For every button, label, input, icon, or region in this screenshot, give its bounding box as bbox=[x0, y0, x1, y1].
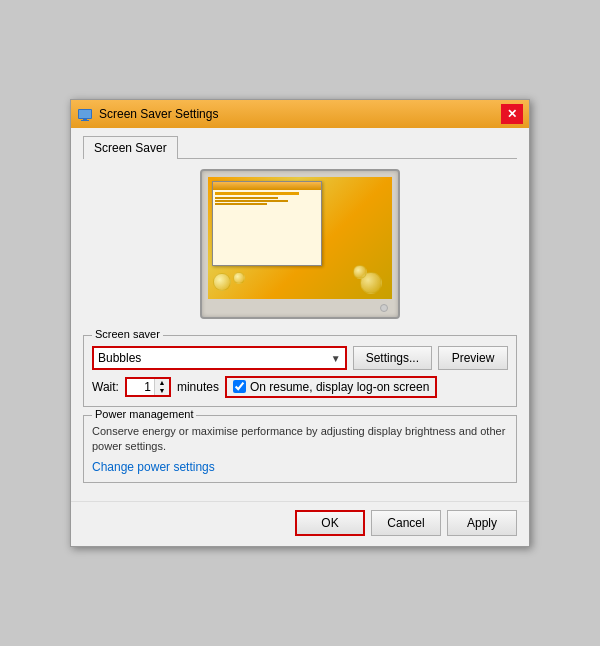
bubble-2 bbox=[233, 272, 245, 284]
ok-button[interactable]: OK bbox=[295, 510, 365, 536]
power-description: Conserve energy or maximise performance … bbox=[92, 424, 508, 455]
screen-saver-group: Screen saver Bubbles 3D Text Aurora Blan… bbox=[83, 335, 517, 407]
spin-down-button[interactable]: ▼ bbox=[155, 387, 169, 395]
wait-row: Wait: ▲ ▼ minutes On resume, display log… bbox=[92, 376, 508, 398]
screen-saver-dropdown-wrapper: Bubbles 3D Text Aurora Blank Mystify Pho… bbox=[92, 346, 347, 370]
spinbox-container: ▲ ▼ bbox=[125, 377, 171, 397]
dialog-footer: OK Cancel Apply bbox=[71, 501, 529, 546]
wait-label: Wait: bbox=[92, 380, 119, 394]
checkbox-container: On resume, display log-on screen bbox=[225, 376, 437, 398]
power-group-label: Power management bbox=[92, 408, 196, 420]
settings-button[interactable]: Settings... bbox=[353, 346, 432, 370]
power-management-group: Power management Conserve energy or maxi… bbox=[83, 415, 517, 484]
dialog-window: Screen Saver Settings ✕ Screen Saver bbox=[70, 99, 530, 548]
app-icon bbox=[77, 106, 93, 122]
change-power-settings-link[interactable]: Change power settings bbox=[92, 460, 215, 474]
dialog-body: Screen Saver bbox=[71, 128, 529, 502]
screen-content bbox=[208, 177, 392, 299]
tab-screen-saver[interactable]: Screen Saver bbox=[83, 136, 178, 159]
screen-saver-row: Bubbles 3D Text Aurora Blank Mystify Pho… bbox=[92, 346, 508, 370]
logon-checkbox-label: On resume, display log-on screen bbox=[250, 380, 429, 394]
monitor-frame bbox=[200, 169, 400, 319]
logon-checkbox[interactable] bbox=[233, 380, 246, 393]
title-bar-left: Screen Saver Settings bbox=[77, 106, 218, 122]
svg-rect-3 bbox=[81, 120, 89, 121]
svg-rect-2 bbox=[83, 118, 87, 120]
bubble-4 bbox=[353, 265, 367, 279]
title-bar: Screen Saver Settings ✕ bbox=[71, 100, 529, 128]
cancel-button[interactable]: Cancel bbox=[371, 510, 441, 536]
spinbox-buttons: ▲ ▼ bbox=[155, 379, 169, 395]
wait-input[interactable] bbox=[127, 379, 155, 395]
minutes-label: minutes bbox=[177, 380, 219, 394]
close-button[interactable]: ✕ bbox=[501, 104, 523, 124]
dialog-title: Screen Saver Settings bbox=[99, 107, 218, 121]
screen-preview-window bbox=[212, 181, 322, 266]
screen-saver-group-label: Screen saver bbox=[92, 328, 163, 340]
apply-button[interactable]: Apply bbox=[447, 510, 517, 536]
spin-up-button[interactable]: ▲ bbox=[155, 379, 169, 387]
preview-area bbox=[83, 169, 517, 319]
monitor-screen bbox=[208, 177, 392, 299]
svg-rect-1 bbox=[79, 110, 91, 118]
preview-button[interactable]: Preview bbox=[438, 346, 508, 370]
tab-strip: Screen Saver bbox=[83, 136, 517, 159]
bubble-1 bbox=[213, 273, 231, 291]
monitor-button bbox=[380, 304, 388, 312]
screen-saver-dropdown[interactable]: Bubbles 3D Text Aurora Blank Mystify Pho… bbox=[94, 348, 345, 368]
